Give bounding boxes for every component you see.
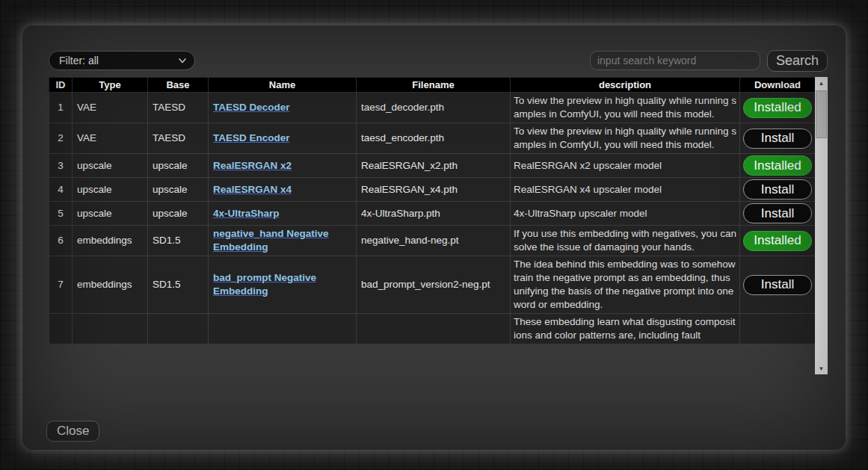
model-table-container: IDTypeBaseNameFilenamedescriptionDownloa… <box>49 77 828 374</box>
cell-name: RealESRGAN x4 <box>209 178 357 202</box>
filter-select[interactable]: Filter: all <box>49 51 195 70</box>
cell-id <box>49 314 73 344</box>
cell-base: upscale <box>148 178 209 202</box>
cell-description: These embedding learn what disgusting co… <box>511 314 740 344</box>
search-button[interactable]: Search <box>767 50 828 72</box>
column-header-description: description <box>511 78 740 93</box>
cell-download: Installed <box>740 226 816 256</box>
search-input[interactable] <box>590 51 760 70</box>
table-header-row: IDTypeBaseNameFilenamedescriptionDownloa… <box>49 78 816 93</box>
cell-description: If you use this embedding with negatives… <box>511 226 740 256</box>
cell-base: upscale <box>148 154 209 178</box>
install-button[interactable]: Install <box>743 179 812 200</box>
cell-download: Install <box>740 178 816 202</box>
cell-name: bad_prompt Negative Embedding <box>209 256 357 314</box>
cell-filename: negative_hand-neg.pt <box>357 226 511 256</box>
cell-type: upscale <box>73 202 148 226</box>
cell-filename: RealESRGAN_x2.pth <box>357 154 511 178</box>
cell-filename: taesd_encoder.pth <box>357 123 511 154</box>
cell-name: TAESD Encoder <box>209 123 357 154</box>
column-header-id: ID <box>49 78 73 93</box>
cell-type: VAE <box>73 93 148 123</box>
cell-download <box>740 314 816 344</box>
table-row: These embedding learn what disgusting co… <box>49 314 816 344</box>
cell-type <box>73 314 148 344</box>
cell-base: SD1.5 <box>148 256 209 314</box>
table-row: 7embeddingsSD1.5bad_prompt Negative Embe… <box>49 256 816 314</box>
table-body: 1VAETAESDTAESD Decodertaesd_decoder.pthT… <box>49 93 816 344</box>
cell-id: 7 <box>49 256 73 314</box>
cell-type: upscale <box>73 178 148 202</box>
cell-description: To view the preview in high quality whil… <box>511 123 740 154</box>
model-name-link[interactable]: TAESD Decoder <box>213 102 290 113</box>
scrollbar-thumb[interactable] <box>816 90 827 138</box>
table-header: IDTypeBaseNameFilenamedescriptionDownloa… <box>49 78 816 93</box>
scroll-up-arrow-icon[interactable]: ▲ <box>815 77 828 89</box>
column-header-download: Download <box>740 78 816 93</box>
toolbar: Filter: all Search <box>49 49 828 72</box>
cell-download: Installed <box>740 93 816 123</box>
cell-id: 4 <box>49 178 73 202</box>
install-button[interactable]: Install <box>743 129 812 149</box>
model-name-link[interactable]: 4x-UltraSharp <box>213 208 280 219</box>
cell-download: Install <box>740 123 816 154</box>
chevron-down-icon <box>178 56 187 65</box>
table-row: 1VAETAESDTAESD Decodertaesd_decoder.pthT… <box>49 93 816 123</box>
cell-description: To view the preview in high quality whil… <box>511 93 740 123</box>
table-row: 6embeddingsSD1.5negative_hand Negative E… <box>49 226 816 256</box>
cell-id: 6 <box>49 226 73 256</box>
table-row: 5upscaleupscale4x-UltraSharp4x-UltraShar… <box>49 202 816 226</box>
cell-id: 3 <box>49 154 73 178</box>
column-header-filename: Filename <box>357 78 511 93</box>
cell-name: 4x-UltraSharp <box>209 202 357 226</box>
model-name-link[interactable]: RealESRGAN x2 <box>213 160 292 171</box>
cell-download: Install <box>740 256 816 314</box>
install-button[interactable]: Install <box>743 275 812 295</box>
column-header-name: Name <box>209 78 357 93</box>
column-header-base: Base <box>148 78 209 93</box>
cell-filename: 4x-UltraSharp.pth <box>357 202 511 226</box>
cell-base: TAESD <box>148 93 209 123</box>
search-group: Search <box>590 50 828 72</box>
cell-id: 1 <box>49 93 73 123</box>
model-table: IDTypeBaseNameFilenamedescriptionDownloa… <box>49 77 816 344</box>
model-name-link[interactable]: negative_hand Negative Embedding <box>213 228 329 253</box>
model-name-link[interactable]: bad_prompt Negative Embedding <box>213 272 316 297</box>
cell-description: The idea behind this embedding was to so… <box>511 256 740 314</box>
cell-type: embeddings <box>73 226 148 256</box>
table-row: 3upscaleupscaleRealESRGAN x2RealESRGAN_x… <box>49 154 816 178</box>
table-row: 4upscaleupscaleRealESRGAN x4RealESRGAN_x… <box>49 178 816 202</box>
cell-filename <box>357 314 511 344</box>
cell-name: RealESRGAN x2 <box>209 154 357 178</box>
installed-button[interactable]: Installed <box>743 155 812 176</box>
model-name-link[interactable]: RealESRGAN x4 <box>213 184 292 195</box>
table-row: 2VAETAESDTAESD Encodertaesd_encoder.pthT… <box>49 123 816 154</box>
cell-type: upscale <box>73 154 148 178</box>
cell-id: 5 <box>49 202 73 226</box>
install-button[interactable]: Install <box>743 203 812 223</box>
cell-name: TAESD Decoder <box>209 93 357 123</box>
cell-name <box>209 314 357 344</box>
cell-filename: RealESRGAN_x4.pth <box>357 178 511 202</box>
cell-type: VAE <box>73 123 148 154</box>
table-scrollbar[interactable]: ▲ ▼ <box>815 77 828 374</box>
cell-base: SD1.5 <box>148 226 209 256</box>
cell-name: negative_hand Negative Embedding <box>209 226 357 256</box>
cell-description: RealESRGAN x4 upscaler model <box>511 178 740 202</box>
cell-download: Install <box>740 202 816 226</box>
cell-filename: taesd_decoder.pth <box>357 93 511 123</box>
scroll-down-arrow-icon[interactable]: ▼ <box>815 362 828 374</box>
cell-base <box>148 314 209 344</box>
cell-type: embeddings <box>73 256 148 314</box>
cell-id: 2 <box>49 123 73 154</box>
cell-base: TAESD <box>148 123 209 154</box>
close-button[interactable]: Close <box>46 421 99 442</box>
cell-description: 4x-UltraSharp upscaler model <box>511 202 740 226</box>
cell-description: RealESRGAN x2 upscaler model <box>511 154 740 178</box>
filter-select-label: Filter: all <box>59 55 178 67</box>
cell-filename: bad_prompt_version2-neg.pt <box>357 256 511 314</box>
column-header-type: Type <box>73 78 148 93</box>
installed-button[interactable]: Installed <box>743 98 812 118</box>
installed-button[interactable]: Installed <box>743 231 812 251</box>
model-name-link[interactable]: TAESD Encoder <box>213 132 290 143</box>
